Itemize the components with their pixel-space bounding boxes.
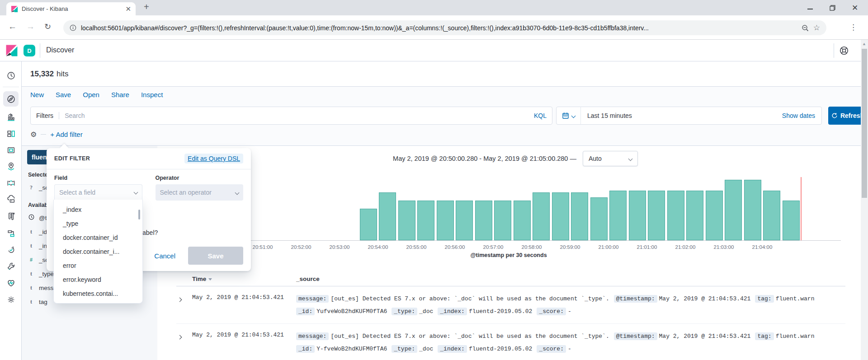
histogram-bar[interactable] xyxy=(514,201,531,240)
time-range-value[interactable]: Last 15 minutes xyxy=(581,112,782,119)
histogram-bar[interactable] xyxy=(629,191,646,240)
field-combobox[interactable]: Select a field xyxy=(54,184,142,201)
search-input[interactable]: Search xyxy=(59,112,529,119)
nav-uptime[interactable] xyxy=(3,242,19,257)
bookmark-star-icon[interactable]: ☆ xyxy=(813,23,820,33)
zoom-indicator-icon[interactable] xyxy=(802,24,809,32)
histogram-bar[interactable] xyxy=(475,201,492,240)
menu-open[interactable]: Open xyxy=(83,91,99,98)
browser-menu-icon[interactable]: ⋮ xyxy=(849,23,857,32)
nav-maps[interactable] xyxy=(3,159,19,174)
scrollbar-up-arrow-icon[interactable]: ▲ xyxy=(862,42,866,46)
kibana-logo[interactable] xyxy=(5,44,18,57)
forward-icon[interactable]: → xyxy=(26,22,35,32)
breadcrumb[interactable]: Discover xyxy=(46,46,74,54)
space-badge[interactable]: D xyxy=(24,45,35,56)
histogram-bar[interactable] xyxy=(609,191,627,240)
field-option-dockercontainer_id[interactable]: docker.container_id xyxy=(54,230,142,244)
field-option-_type[interactable]: _type xyxy=(54,216,142,230)
save-button[interactable]: Save xyxy=(188,247,243,265)
restore-icon[interactable] xyxy=(829,5,835,11)
close-window-icon[interactable]: ✕ xyxy=(852,5,858,11)
histogram-bar[interactable] xyxy=(706,191,723,240)
minimize-icon[interactable] xyxy=(807,6,813,9)
histogram-bar[interactable] xyxy=(379,192,396,240)
nav-dashboard[interactable] xyxy=(3,126,19,141)
field-option-kubernetescontai[interactable]: kubernetes.contai... xyxy=(54,286,142,300)
histogram-bar[interactable] xyxy=(552,192,569,240)
x-tick-label: 20:58:00 xyxy=(522,244,542,250)
nav-recently-viewed[interactable] xyxy=(3,68,19,83)
popup-title: EDIT FILTER xyxy=(54,155,90,162)
histogram-bar[interactable] xyxy=(744,180,761,240)
expand-caret-icon[interactable] xyxy=(176,293,192,318)
filter-settings-gear-icon[interactable]: ⚙ xyxy=(30,131,37,138)
field-option-errorkeyword[interactable]: error.keyword xyxy=(54,272,142,286)
menu-share[interactable]: Share xyxy=(111,91,129,98)
nav-monitoring[interactable] xyxy=(3,275,19,290)
list-scrollbar-thumb[interactable] xyxy=(138,210,140,220)
info-icon[interactable] xyxy=(70,24,76,31)
scrollbar-thumb[interactable] xyxy=(862,49,867,198)
browser-tab[interactable]: Discover - Kibana ✕ xyxy=(6,2,136,15)
edit-as-query-dsl-link[interactable]: Edit as Query DSL xyxy=(184,154,243,164)
nav-visualize[interactable] xyxy=(3,109,19,125)
histogram-bar[interactable] xyxy=(456,201,473,240)
address-bar[interactable]: localhost:5601/app/kibana#/discover?_g=(… xyxy=(63,20,826,35)
x-tick-label: 20:59:00 xyxy=(560,244,580,250)
histogram-bar[interactable] xyxy=(533,192,550,240)
operator-combobox[interactable]: Select an operator xyxy=(156,184,244,201)
histogram-bar[interactable] xyxy=(494,201,511,240)
histogram-bar[interactable] xyxy=(725,180,742,240)
field-name: tag xyxy=(39,299,47,305)
nav-canvas[interactable] xyxy=(3,142,19,158)
histogram-bar[interactable] xyxy=(398,201,415,240)
menu-save[interactable]: Save xyxy=(56,91,71,98)
add-filter-link[interactable]: + Add filter xyxy=(50,131,82,138)
table-row[interactable]: May 2, 2019 @ 21:04:53.421message:[out_e… xyxy=(176,286,845,324)
x-tick-label: 20:56:00 xyxy=(445,244,465,250)
nav-infrastructure[interactable] xyxy=(3,192,19,207)
table-row[interactable]: May 2, 2019 @ 21:04:53.421message:[out_e… xyxy=(176,324,845,360)
nav-discover[interactable] xyxy=(3,91,19,107)
reload-icon[interactable]: ↻ xyxy=(44,22,51,32)
cancel-button[interactable]: Cancel xyxy=(154,252,175,260)
calendar-dropdown[interactable] xyxy=(557,107,581,124)
histogram-bar[interactable] xyxy=(417,201,434,240)
histogram-bar[interactable] xyxy=(360,209,377,240)
chart-time-range-title: May 2, 2019 @ 20:50:00.280 - May 2, 2019… xyxy=(393,155,576,162)
expand-caret-icon[interactable] xyxy=(176,330,192,355)
interval-select[interactable]: Auto xyxy=(583,151,638,166)
source-field-value: [out_es] Detected ES 7.x or above: `_doc… xyxy=(330,295,609,302)
nav-dev-tools[interactable] xyxy=(3,258,19,274)
kql-selector[interactable]: KQL xyxy=(529,112,547,119)
query-bar[interactable]: Filters Search KQL xyxy=(30,107,552,125)
histogram-bar[interactable] xyxy=(763,191,780,240)
menu-inspect[interactable]: Inspect xyxy=(141,91,163,98)
histogram-bar[interactable] xyxy=(686,191,703,240)
filters-button[interactable]: Filters xyxy=(36,112,59,119)
back-icon[interactable]: ← xyxy=(8,22,17,32)
histogram-bar[interactable] xyxy=(648,191,665,240)
histogram-bar[interactable] xyxy=(590,197,608,240)
tab-close-icon[interactable]: ✕ xyxy=(125,5,131,12)
help-icon[interactable] xyxy=(839,46,849,56)
histogram-bar[interactable] xyxy=(667,191,684,240)
page-scrollbar[interactable]: ▲ xyxy=(861,40,868,360)
histogram-bar[interactable] xyxy=(571,192,588,240)
show-dates-link[interactable]: Show dates xyxy=(782,112,821,119)
menu-new[interactable]: New xyxy=(30,91,44,98)
time-column-header[interactable]: Time xyxy=(192,276,212,282)
field-option-_index[interactable]: _index xyxy=(54,202,142,216)
url-text[interactable]: localhost:5601/app/kibana#/discover?_g=(… xyxy=(81,24,797,32)
histogram-bar[interactable] xyxy=(437,201,454,240)
nav-machine-learning[interactable] xyxy=(3,175,19,191)
new-tab-button[interactable]: + xyxy=(144,2,149,12)
nav-logs[interactable] xyxy=(3,208,19,224)
nav-apm[interactable] xyxy=(3,225,19,240)
nav-management[interactable] xyxy=(3,292,19,307)
field-option-error[interactable]: error xyxy=(54,258,142,272)
date-picker[interactable]: Last 15 minutes Show dates xyxy=(556,107,822,125)
field-option-dockercontainer_i[interactable]: docker.container_i... xyxy=(54,244,142,258)
histogram-bar[interactable] xyxy=(783,201,800,240)
